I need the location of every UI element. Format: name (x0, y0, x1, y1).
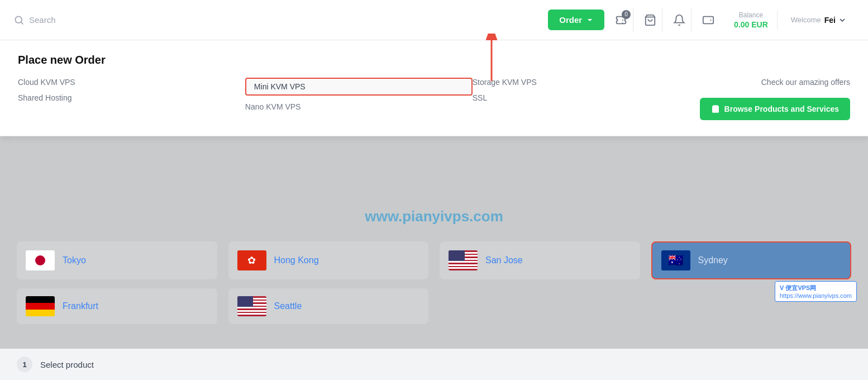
balance-area: Balance 0.00 EUR (725, 11, 778, 29)
location-hongkong[interactable]: Hong Kong (228, 241, 429, 279)
dropdown-columns: Cloud KVM VPS Shared Hosting Mini KVM VP… (18, 78, 850, 120)
location-name-sydney: Sydney (698, 255, 728, 265)
bottom-step-bar: 1 Select product (0, 349, 868, 380)
location-name-seattle: Seattle (274, 301, 302, 311)
location-name-sanjose: San Jose (485, 255, 523, 265)
step-number: 1 (17, 357, 32, 372)
ssl-link[interactable]: SSL (473, 93, 700, 102)
tickets-badge: 0 (622, 10, 631, 19)
location-tokyo[interactable]: Tokyo (17, 241, 217, 279)
location-sydney[interactable]: Sydney (651, 241, 852, 279)
order-button[interactable]: Order (548, 10, 604, 30)
location-frankfurt[interactable]: Frankfurt (17, 288, 217, 324)
location-name-hongkong: Hong Kong (274, 255, 319, 265)
wallet-icon (702, 14, 714, 26)
wallet-icon-btn[interactable] (696, 8, 721, 32)
browse-products-button[interactable]: Browse Products and Services (700, 98, 850, 120)
bell-icon (673, 14, 685, 26)
watermark-badge-line2: https://www.pianyivps.com (780, 292, 852, 299)
cloud-kvm-vps-link[interactable]: Cloud KVM VPS (18, 78, 245, 87)
storage-kvm-vps-link[interactable]: Storage KVM VPS (473, 78, 700, 87)
cart-icon (644, 14, 656, 26)
cart-icon-btn[interactable] (638, 8, 662, 32)
order-label: Order (559, 15, 582, 25)
flag-japan (26, 250, 55, 270)
dropdown-title: Place new Order (18, 54, 850, 66)
step-label: Select product (40, 360, 94, 369)
location-name-frankfurt: Frankfurt (63, 301, 98, 311)
welcome-area[interactable]: Welcome Fei (782, 16, 855, 25)
svg-point-0 (15, 16, 22, 23)
search-icon (13, 15, 25, 26)
cart-small-icon (711, 104, 720, 113)
location-name-tokyo: Tokyo (63, 255, 86, 265)
flag-de (26, 296, 55, 316)
nav-right: Order 0 Balance 0 (548, 8, 855, 32)
tickets-icon-btn[interactable]: 0 (609, 8, 633, 32)
flag-hk (237, 250, 266, 270)
location-grid: Tokyo Hong Kong San Jose Sydney Frankfur… (17, 241, 851, 324)
bell-icon-btn[interactable] (667, 8, 691, 32)
welcome-name: Fei (824, 16, 836, 25)
main-content: www.pianyivps.com Tokyo Hong Kong San Jo… (0, 202, 868, 335)
shared-hosting-link[interactable]: Shared Hosting (18, 93, 245, 102)
nano-kvm-vps-link[interactable]: Nano KVM VPS (245, 102, 473, 111)
amazing-offers-text: Check our amazing offers (761, 78, 850, 87)
chevron-down-icon (586, 17, 593, 23)
balance-label: Balance (739, 11, 763, 19)
empty-cell-1 (440, 288, 640, 324)
search-area[interactable]: Search (13, 15, 548, 26)
top-navigation: Search Order 0 (0, 0, 868, 40)
flag-us-sanjose (449, 250, 478, 270)
mini-kvm-vps-link[interactable]: Mini KVM VPS (245, 78, 473, 96)
watermark-text: www.pianyivps.com (365, 208, 503, 225)
welcome-chevron-icon (839, 17, 846, 23)
dropdown-col-4: Check our amazing offers Browse Products… (700, 78, 850, 120)
location-seattle[interactable]: Seattle (228, 288, 429, 324)
dropdown-col-2: Mini KVM VPS Nano KVM VPS (245, 78, 473, 120)
balance-value: 0.00 EUR (734, 20, 768, 29)
welcome-text: Welcome (791, 16, 821, 24)
flag-us-seattle (237, 296, 266, 316)
watermark-badge-line1: V 便宜VPS网 (780, 284, 852, 292)
svg-line-1 (21, 22, 23, 24)
browse-products-label: Browse Products and Services (724, 104, 839, 113)
dropdown-col-1: Cloud KVM VPS Shared Hosting (18, 78, 245, 120)
location-sanjose[interactable]: San Jose (440, 241, 640, 279)
svg-rect-3 (703, 16, 713, 23)
search-placeholder: Search (29, 15, 56, 25)
flag-au (661, 250, 690, 270)
dropdown-col-3: Storage KVM VPS SSL (473, 78, 700, 120)
order-dropdown: Place new Order Cloud KVM VPS Shared Hos… (0, 40, 868, 136)
watermark-badge: V 便宜VPS网 https://www.pianyivps.com (775, 281, 857, 302)
